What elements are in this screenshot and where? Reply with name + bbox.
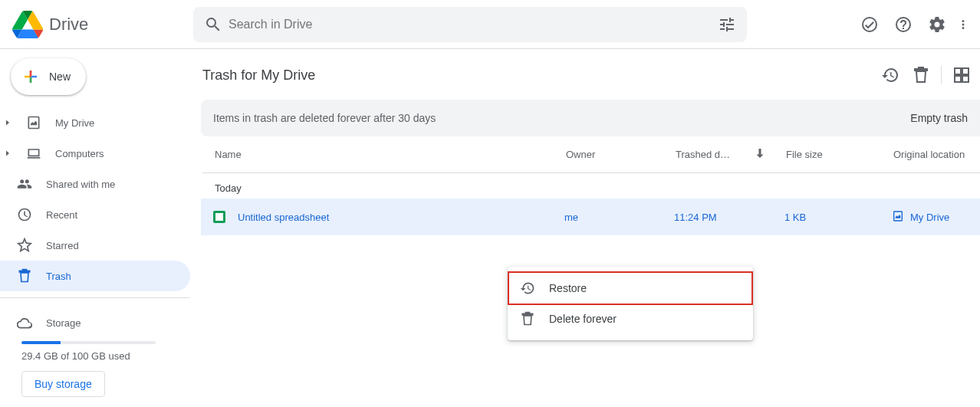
file-original-location[interactable]: My Drive — [892, 210, 980, 225]
file-size: 1 KB — [784, 212, 892, 223]
cloud-icon — [15, 315, 34, 330]
col-size[interactable]: File size — [786, 149, 893, 160]
row-group-label: Today — [202, 173, 980, 199]
menu-item-label: Restore — [549, 282, 587, 294]
menu-item-restore[interactable]: Restore — [508, 271, 753, 305]
sidebar-item-label: Storage — [46, 317, 81, 329]
shared-icon — [15, 176, 34, 192]
sort-descending-icon[interactable] — [753, 146, 767, 162]
main-content: Trash for My Drive Items in trash are de… — [196, 49, 980, 407]
search-options-icon[interactable] — [712, 9, 742, 40]
context-menu: Restore Delete forever — [508, 267, 753, 340]
grid-view-icon[interactable] — [946, 60, 977, 90]
divider — [941, 66, 942, 84]
search-bar[interactable] — [193, 7, 747, 42]
page-title: Trash for My Drive — [202, 67, 315, 84]
help-icon[interactable] — [888, 9, 919, 40]
sidebar-item-label: Starred — [46, 240, 79, 251]
file-trashed-date: 11:24 PM — [674, 212, 784, 223]
search-icon[interactable] — [198, 9, 229, 40]
chevron-right-icon[interactable] — [3, 118, 12, 127]
new-button-label: New — [49, 71, 71, 83]
file-row[interactable]: Untitled spreadsheet me 11:24 PM 1 KB My… — [201, 199, 980, 235]
sidebar-item-label: Computers — [55, 148, 104, 159]
recent-clock-icon — [15, 207, 34, 222]
col-orig[interactable]: Original location — [893, 149, 980, 160]
sidebar-item-trash[interactable]: Trash — [0, 261, 190, 291]
menu-item-label: Delete forever — [549, 313, 617, 325]
empty-trash-button[interactable]: Empty trash — [910, 112, 968, 124]
restore-icon — [520, 281, 535, 296]
my-drive-icon — [25, 115, 43, 130]
col-name[interactable]: Name — [215, 149, 566, 160]
logo-area[interactable]: Drive — [12, 9, 193, 40]
trash-icon — [520, 311, 535, 327]
sidebar-item-shared[interactable]: Shared with me — [0, 169, 190, 199]
notice-text: Items in trash are deleted forever after… — [213, 112, 436, 124]
title-row: Trash for My Drive — [202, 60, 980, 100]
divider — [0, 297, 190, 298]
sheets-icon — [213, 211, 225, 223]
buy-storage-button[interactable]: Buy storage — [21, 371, 105, 397]
trash-notice: Items in trash are deleted forever after… — [201, 100, 980, 136]
sidebar-item-label: My Drive — [55, 117, 94, 129]
sidebar-item-starred[interactable]: Starred — [0, 230, 190, 261]
chevron-right-icon[interactable] — [3, 149, 12, 158]
menu-item-delete-forever[interactable]: Delete forever — [508, 304, 753, 334]
sidebar-item-storage[interactable]: Storage — [0, 307, 190, 338]
star-icon — [15, 238, 34, 253]
new-button[interactable]: New — [11, 58, 86, 95]
computers-icon — [25, 146, 43, 161]
sidebar-item-label: Shared with me — [46, 179, 115, 190]
title-actions — [875, 60, 980, 90]
settings-gear-icon[interactable] — [922, 9, 952, 40]
empty-trash-icon[interactable] — [906, 60, 936, 90]
topbar-right — [854, 9, 971, 40]
storage-bar[interactable] — [21, 341, 190, 344]
sidebar-item-my-drive[interactable]: My Drive — [0, 107, 190, 138]
search-input[interactable] — [229, 18, 712, 31]
col-owner[interactable]: Owner — [566, 149, 676, 160]
drive-logo-icon — [12, 9, 43, 40]
storage-usage-text: 29.4 GB of 100 GB used — [21, 350, 190, 362]
trash-icon — [15, 268, 34, 284]
sidebar-item-label: Trash — [46, 271, 71, 282]
sidebar-item-recent[interactable]: Recent — [0, 199, 190, 230]
product-name: Drive — [49, 15, 88, 34]
plus-icon — [21, 67, 40, 86]
more-vertical-icon[interactable] — [955, 9, 971, 40]
file-name-cell[interactable]: Untitled spreadsheet — [213, 211, 564, 223]
col-trashed[interactable]: Trashed d… — [676, 146, 786, 162]
offline-status-icon[interactable] — [854, 9, 885, 40]
top-bar: Drive — [0, 0, 980, 49]
my-drive-icon — [892, 210, 904, 225]
sidebar-item-computers[interactable]: Computers — [0, 138, 190, 169]
table-header: Name Owner Trashed d… File size Original… — [202, 136, 980, 173]
sidebar-item-label: Recent — [46, 209, 77, 221]
sidebar: New My Drive Computers Shared with me Re… — [0, 49, 196, 407]
restore-history-icon[interactable] — [875, 60, 906, 90]
file-owner: me — [564, 212, 674, 223]
file-name: Untitled spreadsheet — [238, 212, 329, 223]
